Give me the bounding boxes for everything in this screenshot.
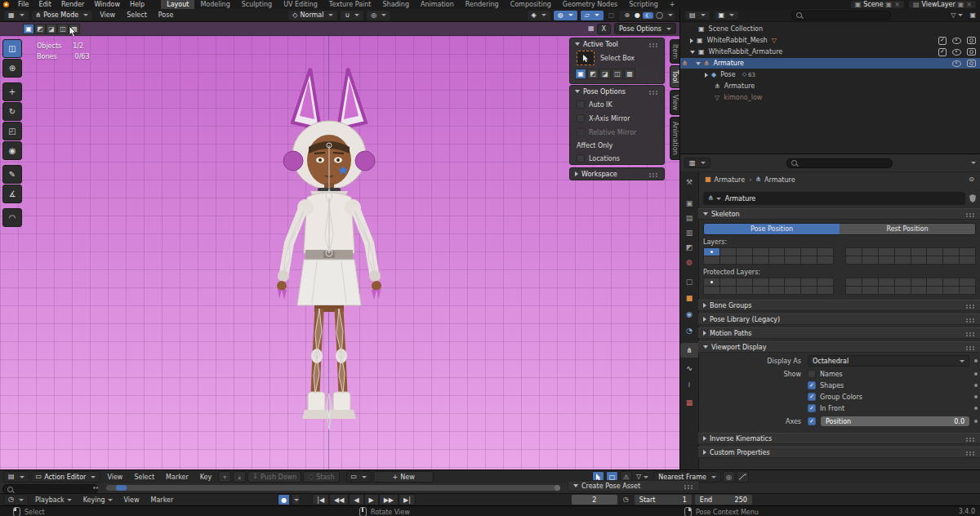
- outliner-row-whiterabbit-mesh[interactable]: ▣ WhiteRabbit_Mesh ▽: [680, 35, 980, 46]
- names-checkbox[interactable]: [808, 370, 816, 378]
- collapse-icon[interactable]: [696, 62, 701, 65]
- menu-help[interactable]: Help: [125, 1, 149, 8]
- auto-keying-toggle[interactable]: ●: [278, 494, 290, 505]
- show-overlays-toggle[interactable]: ◍: [553, 10, 578, 21]
- properties-editor-type-button[interactable]: ▥: [684, 158, 710, 168]
- panel-select-mode-intersect-icon[interactable]: ▩: [624, 69, 635, 79]
- tab-object-data-icon[interactable]: ⋔: [680, 343, 698, 358]
- shading-wireframe-button[interactable]: ⊕: [621, 12, 632, 19]
- shading-material-button[interactable]: ◐: [643, 12, 653, 19]
- timeline-menu-playback[interactable]: Playback: [30, 496, 77, 504]
- outliner-display-mode[interactable]: ▣: [714, 11, 740, 20]
- workspace-tab-modeling[interactable]: Modeling: [194, 0, 235, 9]
- outliner-row-armature-data[interactable]: ⋔ Armature: [680, 81, 980, 91]
- hide-eye-icon[interactable]: [952, 49, 961, 56]
- outliner-search-input[interactable]: [791, 11, 891, 20]
- viewport-display-panel-header[interactable]: Viewport Display: [698, 341, 980, 353]
- outliner-editor-type-button[interactable]: ▤: [684, 11, 710, 20]
- timeline-menu-marker[interactable]: Marker: [146, 496, 179, 504]
- previous-keyframe-button[interactable]: ◀◀: [329, 494, 349, 505]
- hide-eye-icon[interactable]: [952, 38, 961, 44]
- push-down-button[interactable]: ↧Push Down: [247, 471, 301, 483]
- outliner-row-scene-collection[interactable]: ▣ Scene Collection: [680, 24, 980, 34]
- armature-layers-grid-right[interactable]: [845, 247, 976, 265]
- tool-pose-breakdowner[interactable]: ◠: [2, 208, 22, 227]
- menu-view[interactable]: View: [95, 11, 120, 19]
- disable-render-icon[interactable]: [967, 48, 976, 56]
- select-mode-invert-icon[interactable]: ◫: [57, 24, 69, 34]
- scrollbar-view-segment[interactable]: [116, 485, 127, 491]
- snapping-toggle[interactable]: ∪: [340, 10, 364, 21]
- panel-drag-dots[interactable]: [966, 318, 968, 320]
- outliner-row-kimono-low[interactable]: ▽ kimono_low: [680, 92, 980, 103]
- timeline-menu-keying[interactable]: Keying: [78, 496, 118, 504]
- menu-edit[interactable]: Edit: [33, 1, 56, 8]
- dopesheet-editor-type-button[interactable]: ▤: [3, 471, 29, 483]
- animate-decorator[interactable]: [974, 420, 978, 423]
- outliner-row-pose[interactable]: ◆ Pose ◇ 63: [680, 69, 980, 80]
- group-colors-checkbox[interactable]: [808, 393, 816, 401]
- panel-select-mode-subtract-icon[interactable]: ◪: [599, 69, 611, 79]
- exclude-checkbox[interactable]: [938, 48, 947, 56]
- rest-position-button[interactable]: Rest Position: [840, 224, 975, 234]
- tab-output-icon[interactable]: ▤: [680, 211, 698, 225]
- tool-move[interactable]: +: [2, 82, 22, 101]
- mirror-grid-icon[interactable]: ▦: [586, 25, 597, 32]
- tool-select-box[interactable]: ◫: [2, 39, 22, 58]
- mode-selector[interactable]: ⋔ Pose Mode: [31, 10, 94, 21]
- display-as-dropdown[interactable]: Octahedral: [808, 355, 969, 367]
- sidebar-tab-item[interactable]: Item: [670, 39, 679, 64]
- scrollbar-handle[interactable]: [555, 485, 560, 491]
- outliner-filter-button[interactable]: ▽: [951, 12, 963, 19]
- 3d-viewport[interactable]: Objects1/2 Bones0/63 ◫ ⊕ + ↻ ◰ ◉ ✎ ∡ ◠: [0, 36, 679, 469]
- bone-groups-panel-header[interactable]: Bone Groups: [698, 300, 980, 311]
- breadcrumb-object[interactable]: Armature: [715, 176, 746, 184]
- proportional-editing-toggle[interactable]: ◎: [366, 10, 391, 21]
- breadcrumb-data[interactable]: Armature: [764, 176, 795, 184]
- tool-cursor[interactable]: ⊕: [2, 59, 22, 78]
- dopesheet-menu-marker[interactable]: Marker: [161, 474, 194, 481]
- tab-constraints-icon[interactable]: ◉: [680, 307, 698, 322]
- axes-checkbox[interactable]: [808, 417, 816, 425]
- use-preview-range-icon[interactable]: ◷: [623, 496, 629, 503]
- panel-drag-dots[interactable]: [649, 173, 651, 175]
- workspace-tab-geometry-nodes[interactable]: Geometry Nodes: [557, 0, 623, 9]
- panel-drag-dots[interactable]: [966, 213, 968, 215]
- workspace-tab-animation[interactable]: Animation: [415, 0, 460, 9]
- inverse-kinematics-panel-header[interactable]: Inverse Kinematics: [698, 433, 980, 444]
- move-action-down-button[interactable]: ▾: [218, 471, 231, 483]
- tab-bone-constraints-icon[interactable]: ≀: [680, 377, 698, 392]
- tool-scale[interactable]: ◰: [2, 122, 22, 140]
- tab-view-layer-icon[interactable]: ▥: [680, 225, 698, 240]
- panel-drag-dots[interactable]: [966, 332, 968, 334]
- expand-range-icon[interactable]: ↔: [93, 485, 99, 492]
- dopesheet-filter-button[interactable]: ▽: [634, 474, 648, 480]
- select-mode-set-icon[interactable]: ▣: [23, 24, 34, 34]
- blender-logo-icon[interactable]: [3, 2, 9, 7]
- select-mode-subtract-icon[interactable]: ◪: [46, 24, 57, 34]
- outliner-row-whiterabbit-armature[interactable]: ▣ WhiteRabbit_Armature: [680, 47, 980, 57]
- shading-solid-button[interactable]: ●: [632, 12, 643, 19]
- expand-icon[interactable]: [705, 73, 708, 78]
- custom-properties-panel-header[interactable]: Custom Properties: [698, 447, 980, 458]
- outliner-row-armature-selected[interactable]: ⋔ ⋔ Armature: [680, 58, 980, 69]
- remove-viewlayer-icon[interactable]: ×: [966, 2, 972, 8]
- animate-decorator[interactable]: [974, 372, 978, 376]
- tab-physics-icon[interactable]: ◔: [680, 323, 698, 338]
- action-id-selector[interactable]: ▭: [346, 471, 372, 483]
- sidebar-tab-animation[interactable]: Animation: [670, 117, 679, 160]
- animate-decorator[interactable]: [974, 359, 978, 363]
- sidebar-tab-view[interactable]: View: [670, 90, 679, 115]
- dopesheet-scrollbar[interactable]: [106, 485, 560, 491]
- select-mode-extend-icon[interactable]: ◩: [34, 24, 46, 34]
- falloff-curve-icon[interactable]: [737, 471, 749, 483]
- workspace-tab-sculpting[interactable]: Sculpting: [236, 0, 278, 9]
- expand-icon[interactable]: [690, 38, 693, 43]
- start-frame-field[interactable]: Start1: [634, 494, 693, 505]
- fake-user-shield-icon[interactable]: [969, 194, 976, 202]
- dopesheet-menu-select[interactable]: Select: [129, 474, 159, 481]
- move-action-up-button[interactable]: ▴: [233, 471, 246, 483]
- workspace-tab-rendering[interactable]: Rendering: [460, 0, 505, 9]
- disable-render-icon[interactable]: [967, 37, 976, 44]
- create-pose-asset-panel[interactable]: Create Pose Asset: [568, 480, 700, 492]
